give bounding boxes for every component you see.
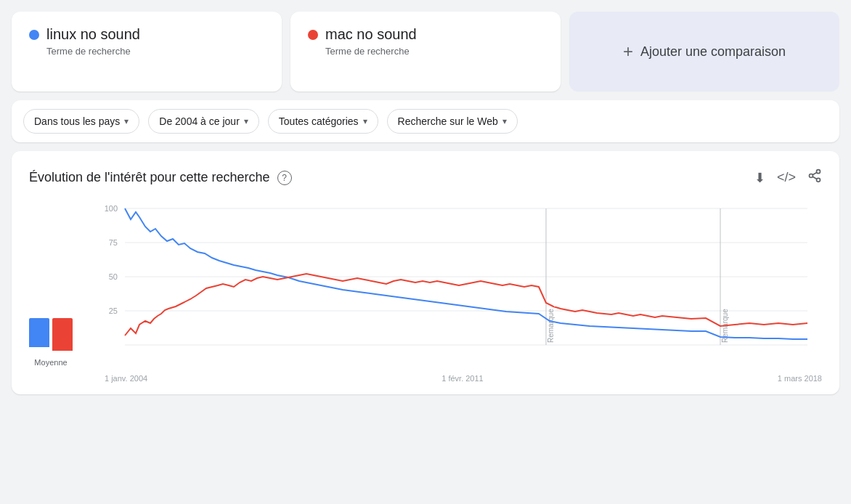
chart-legend-left: Moyenne [29, 318, 73, 383]
filter-country-label: Dans tous les pays [34, 115, 120, 127]
filter-period[interactable]: De 2004 à ce jour ▾ [148, 109, 259, 134]
chart-section: Évolution de l'intérêt pour cette recher… [12, 151, 839, 394]
svg-line-3 [813, 176, 817, 179]
x-label-2: 1 mars 2018 [778, 374, 822, 383]
term1-label: linux no sound [46, 26, 140, 43]
add-comparison-label: Ajouter une comparaison [640, 44, 786, 60]
svg-text:25: 25 [109, 306, 118, 315]
chart-actions: ⬇ </> [754, 168, 822, 187]
chart-header: Évolution de l'intérêt pour cette recher… [29, 168, 822, 187]
svg-line-4 [813, 172, 817, 174]
svg-text:75: 75 [109, 238, 118, 247]
remark-label-1: Remarque [547, 309, 555, 343]
filter-type-label: Recherche sur le Web [398, 115, 498, 127]
chart-title: Évolution de l'intérêt pour cette recher… [29, 170, 270, 185]
search-term-title-1: linux no sound [29, 26, 264, 43]
add-comparison-button[interactable]: + Ajouter une comparaison [569, 12, 839, 92]
svg-point-1 [810, 174, 813, 178]
svg-text:100: 100 [105, 204, 118, 213]
svg-text:50: 50 [109, 272, 118, 281]
red-trend-line [125, 274, 807, 336]
info-icon[interactable]: ? [277, 171, 292, 185]
filter-category-label: Toutes catégories [279, 115, 359, 127]
top-section: linux no sound Terme de recherche mac no… [0, 0, 851, 92]
filter-bar: Dans tous les pays ▾ De 2004 à ce jour ▾… [12, 100, 839, 142]
x-label-1: 1 févr. 2011 [441, 374, 484, 383]
filter-period-label: De 2004 à ce jour [159, 115, 240, 127]
chart-wrapper: Moyenne 100 75 50 25 Remarque [29, 201, 822, 383]
chevron-down-icon: ▾ [124, 116, 129, 126]
chevron-down-icon: ▾ [502, 116, 507, 126]
chart-title-area: Évolution de l'intérêt pour cette recher… [29, 170, 292, 185]
blue-trend-line [125, 208, 807, 339]
share-icon[interactable] [807, 168, 822, 187]
chart-area: 100 75 50 25 Remarque Remarque 1 janv. 2… [81, 201, 822, 383]
average-bar-red [52, 318, 73, 351]
filter-category[interactable]: Toutes catégories ▾ [268, 109, 378, 134]
average-bar-blue [29, 318, 49, 347]
chevron-down-icon: ▾ [244, 116, 248, 126]
chevron-down-icon: ▾ [363, 116, 367, 126]
svg-point-0 [817, 170, 821, 174]
embed-icon[interactable]: </> [777, 170, 796, 185]
x-label-0: 1 janv. 2004 [105, 374, 147, 383]
filter-country[interactable]: Dans tous les pays ▾ [23, 109, 139, 134]
term1-subtitle: Terme de recherche [46, 46, 264, 57]
search-term-title-2: mac no sound [308, 26, 543, 43]
x-axis-labels: 1 janv. 2004 1 févr. 2011 1 mars 2018 [81, 371, 822, 383]
search-term-card-1: linux no sound Terme de recherche [12, 12, 282, 92]
moyenne-label: Moyenne [34, 358, 67, 367]
term2-dot [308, 30, 318, 40]
svg-point-2 [817, 178, 821, 182]
term2-subtitle: Terme de recherche [325, 46, 543, 57]
search-term-card-2: mac no sound Terme de recherche [290, 12, 561, 92]
filter-type[interactable]: Recherche sur le Web ▾ [387, 109, 518, 134]
plus-icon: + [623, 41, 633, 62]
trend-chart: 100 75 50 25 Remarque Remarque [81, 201, 822, 368]
term2-label: mac no sound [325, 26, 417, 43]
average-bars [29, 318, 73, 351]
download-icon[interactable]: ⬇ [754, 170, 765, 186]
term1-dot [29, 30, 39, 40]
